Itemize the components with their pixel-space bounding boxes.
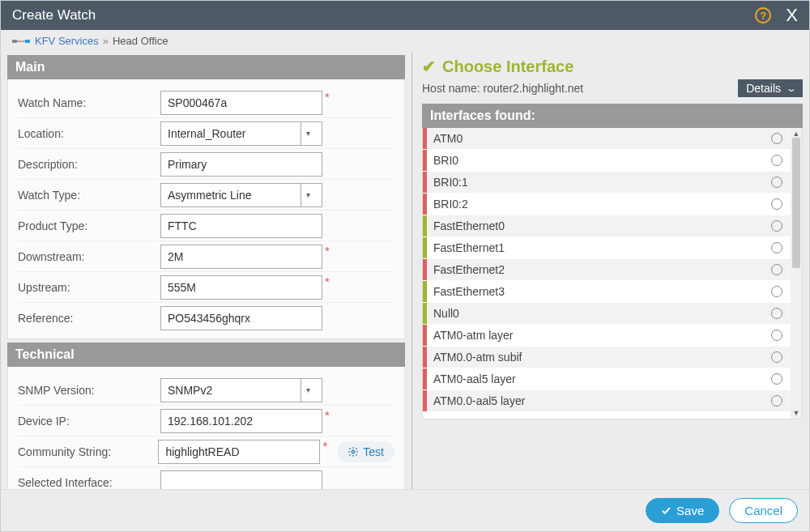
device-ip-row: Device IP: * xyxy=(18,406,394,436)
interface-name: BRI0 xyxy=(433,154,771,167)
status-bar xyxy=(423,325,427,346)
technical-section-header: Technical xyxy=(7,343,405,367)
interface-name: ATM0.0-atm subif xyxy=(433,351,771,364)
watch-type-select[interactable]: Asymmetric Line ▾ xyxy=(160,183,322,207)
downstream-input[interactable] xyxy=(160,245,322,269)
product-type-input[interactable] xyxy=(160,214,322,238)
snmp-version-value: SNMPv2 xyxy=(168,384,212,397)
test-button[interactable]: Test xyxy=(337,441,394,462)
snmp-version-row: SNMP Version: SNMPv2 ▾ xyxy=(18,375,394,406)
interface-radio[interactable] xyxy=(771,242,782,253)
interface-row[interactable]: BRI0 xyxy=(423,150,791,172)
interface-row[interactable]: ATM0-aal5 layer xyxy=(423,368,791,390)
upstream-label: Upstream: xyxy=(18,281,160,294)
interfaces-list-container: ATM0BRI0BRI0:1BRI0:2FastEthernet0FastEth… xyxy=(422,128,803,419)
status-bar xyxy=(423,281,427,302)
watch-type-row: Watch Type: Asymmetric Line ▾ xyxy=(18,180,394,211)
interface-row[interactable]: FastEthernet0 xyxy=(423,215,791,237)
breadcrumb-separator: » xyxy=(103,35,109,47)
status-bar xyxy=(423,150,427,171)
interface-radio[interactable] xyxy=(771,133,782,144)
community-string-input[interactable] xyxy=(158,440,320,464)
interface-radio[interactable] xyxy=(771,395,782,406)
interface-row[interactable]: Null0 xyxy=(423,303,791,325)
community-string-label: Community String: xyxy=(18,445,158,458)
required-asterisk: * xyxy=(325,90,330,104)
interface-radio[interactable] xyxy=(771,177,782,188)
reference-row: Reference: xyxy=(18,303,394,334)
status-bar xyxy=(423,215,427,236)
create-watch-dialog: Create Watch ? X KFV Services » Head Off… xyxy=(0,0,810,532)
interface-radio[interactable] xyxy=(771,330,782,341)
cancel-button-label: Cancel xyxy=(744,504,782,517)
interface-name: FastEthernet1 xyxy=(433,241,771,254)
location-select[interactable]: Internal_Router ▾ xyxy=(160,121,322,146)
interface-name: Null0 xyxy=(433,307,771,320)
breadcrumb-org-link[interactable]: KFV Services xyxy=(35,35,99,47)
scrollbar-thumb[interactable] xyxy=(792,138,800,268)
scroll-down-icon[interactable]: ▼ xyxy=(793,409,800,417)
interfaces-list[interactable]: ATM0BRI0BRI0:1BRI0:2FastEthernet0FastEth… xyxy=(423,128,791,419)
interface-row[interactable]: ATM0.0-atm subif xyxy=(423,347,791,368)
status-bar xyxy=(423,347,427,368)
downstream-row: Downstream: * xyxy=(18,241,394,272)
interface-radio[interactable] xyxy=(771,286,782,297)
watch-name-row: Watch Name: * xyxy=(18,87,394,118)
help-icon[interactable]: ? xyxy=(755,7,771,23)
dialog-title: Create Watch xyxy=(12,7,755,23)
close-icon[interactable]: X xyxy=(782,5,801,26)
cancel-button[interactable]: Cancel xyxy=(729,498,798,523)
required-asterisk: * xyxy=(325,408,330,422)
selected-interface-input[interactable] xyxy=(160,470,322,489)
description-input[interactable] xyxy=(160,152,322,177)
interface-row[interactable]: ATM0 xyxy=(423,128,791,150)
breadcrumb: KFV Services » Head Office xyxy=(1,30,809,52)
reference-input[interactable] xyxy=(160,306,322,330)
interface-name: ATM0.0-aal5 layer xyxy=(433,394,771,407)
interface-radio[interactable] xyxy=(771,351,782,363)
save-button[interactable]: Save xyxy=(646,498,719,523)
snmp-version-select[interactable]: SNMPv2 ▾ xyxy=(160,378,322,402)
chevron-down-icon: ▾ xyxy=(301,184,315,206)
interface-radio[interactable] xyxy=(771,308,782,319)
interface-radio[interactable] xyxy=(771,155,782,166)
details-button[interactable]: Details ⌄ xyxy=(738,79,803,97)
watch-name-label: Watch Name: xyxy=(18,96,160,109)
interface-row[interactable]: ATM0.0-aal5 layer xyxy=(423,390,791,412)
status-bar xyxy=(423,368,427,389)
scrollbar[interactable]: ▲ ▼ xyxy=(791,128,802,419)
interface-row[interactable]: ATM0-atm layer xyxy=(423,325,791,347)
interface-row[interactable]: BRI0:1 xyxy=(423,172,791,194)
dialog-body: Main Watch Name: * Location: Internal_Ro… xyxy=(1,52,809,489)
watch-name-input[interactable] xyxy=(160,91,322,115)
right-column: ✔ Choose Interface Host name: router2.hi… xyxy=(412,52,809,489)
product-type-row: Product Type: xyxy=(18,211,394,241)
scrollbar-track[interactable] xyxy=(791,138,802,409)
location-label: Location: xyxy=(18,127,160,140)
interface-row[interactable]: BRI0:2 xyxy=(423,194,791,215)
chevron-down-icon: ▾ xyxy=(301,122,315,145)
interface-radio[interactable] xyxy=(771,220,782,232)
device-ip-label: Device IP: xyxy=(18,415,160,428)
device-ip-input[interactable] xyxy=(160,409,322,433)
checkmark-icon: ✔ xyxy=(422,57,436,76)
interface-row[interactable]: FastEthernet3 xyxy=(423,281,791,303)
reference-label: Reference: xyxy=(18,312,160,325)
save-button-label: Save xyxy=(676,504,704,517)
interface-radio[interactable] xyxy=(771,264,782,275)
watch-type-label: Watch Type: xyxy=(18,189,160,202)
selected-interface-label: Selected Interface: xyxy=(18,476,160,489)
interface-row[interactable]: FastEthernet1 xyxy=(423,237,791,259)
interface-row[interactable]: FastEthernet2 xyxy=(423,259,791,281)
required-asterisk: * xyxy=(325,275,330,288)
interface-name: ATM0-aal5 layer xyxy=(433,372,771,385)
main-section-header: Main xyxy=(7,55,405,79)
scroll-up-icon[interactable]: ▲ xyxy=(793,130,800,138)
upstream-input[interactable] xyxy=(160,275,322,300)
interface-radio[interactable] xyxy=(771,373,782,385)
interface-radio[interactable] xyxy=(771,198,782,210)
left-column: Main Watch Name: * Location: Internal_Ro… xyxy=(1,52,412,489)
description-label: Description: xyxy=(18,158,160,171)
checkmark-icon xyxy=(661,505,671,516)
required-asterisk: * xyxy=(325,244,330,257)
